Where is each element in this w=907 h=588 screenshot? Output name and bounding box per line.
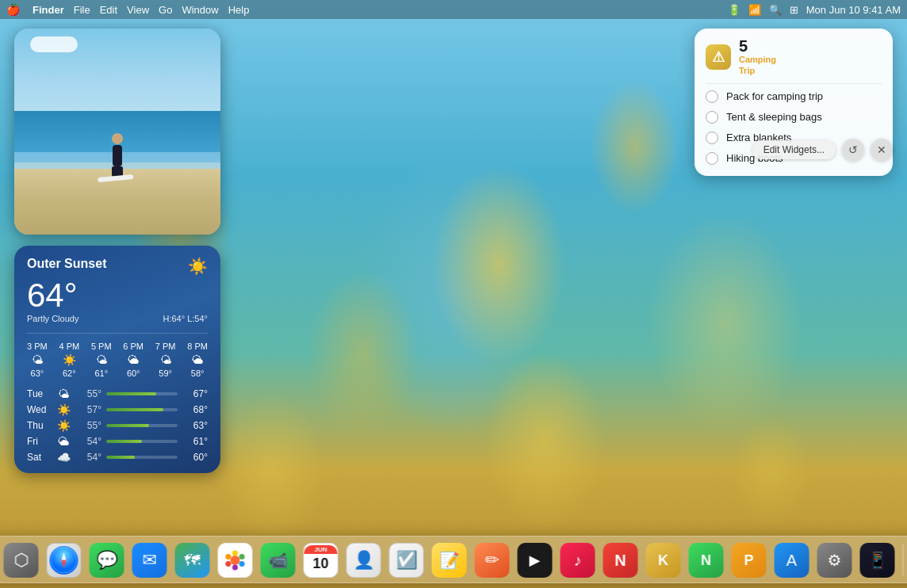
- hourly-8pm: 8 PM 🌥 58°: [187, 342, 208, 378]
- menubar: 🍎 Finder File Edit View Go Window Help 🔋…: [0, 0, 907, 19]
- reminder-item-1: Pack for camping trip: [706, 90, 882, 103]
- svg-point-13: [239, 561, 245, 567]
- dock-pages[interactable]: P: [730, 541, 768, 579]
- reminders-app-icon: ⚠: [706, 44, 731, 70]
- dock-keynote[interactable]: K: [645, 541, 683, 579]
- reminder-text-1: Pack for camping trip: [726, 90, 823, 102]
- search-icon[interactable]: 🔍: [769, 4, 782, 16]
- weather-temperature: 64°: [27, 279, 208, 312]
- reminder-radio-1[interactable]: [706, 90, 718, 103]
- daily-sat: Sat ☁️ 54° 60°: [27, 451, 208, 464]
- menu-go[interactable]: Go: [159, 4, 172, 16]
- wifi-icon: 📶: [748, 4, 761, 16]
- reminders-count: 5: [739, 38, 776, 54]
- reminders-items: Pack for camping trip Tent & sleeping ba…: [695, 84, 893, 176]
- weather-daily: Tue 🌤 55° 67° Wed ☀️ 57° 68° Thu ☀️: [27, 388, 208, 464]
- menu-finder[interactable]: Finder: [33, 4, 64, 16]
- dock-appstore[interactable]: A: [773, 541, 811, 579]
- hourly-3pm: 3 PM 🌤 63°: [27, 342, 48, 378]
- weather-hourly: 3 PM 🌤 63° 4 PM ☀️ 62° 5 PM 🌤 61° 6 PM 🌥…: [27, 333, 208, 378]
- svg-point-11: [232, 551, 238, 556]
- dock: ⬡ 💬 ✉ 🗺: [0, 536, 907, 583]
- battery-icon: 🔋: [728, 4, 741, 16]
- hourly-4pm: 4 PM ☀️ 62°: [59, 342, 79, 378]
- reminder-text-2: Tent & sleeping bags: [726, 111, 822, 123]
- dock-contacts[interactable]: 👤: [345, 541, 383, 579]
- menu-help[interactable]: Help: [228, 4, 250, 16]
- reminder-radio-2[interactable]: [706, 111, 718, 124]
- weather-condition: Partly Cloudy: [27, 314, 78, 323]
- svg-point-12: [239, 554, 245, 559]
- daily-wed: Wed ☀️ 57° 68°: [27, 403, 208, 416]
- photo-widget: [14, 29, 220, 235]
- weather-location: Outer Sunset: [27, 257, 106, 271]
- menu-file[interactable]: File: [74, 4, 90, 16]
- rotate-icon-button[interactable]: ↺: [842, 139, 864, 161]
- edit-widgets-button[interactable]: Edit Widgets...: [752, 140, 836, 159]
- dock-messages[interactable]: 💬: [88, 541, 126, 579]
- control-center-icon[interactable]: ⊞: [790, 4, 798, 16]
- menu-view[interactable]: View: [127, 4, 149, 16]
- daily-thu: Thu ☀️ 55° 63°: [27, 419, 208, 432]
- daily-fri: Fri 🌥 54° 61°: [27, 435, 208, 448]
- dock-notes[interactable]: 📝: [431, 541, 469, 579]
- dock-facetime[interactable]: 📹: [259, 541, 297, 579]
- svg-point-14: [232, 565, 238, 571]
- dock-reminders[interactable]: ☑️: [388, 541, 426, 579]
- dock-appletv[interactable]: ▶: [516, 541, 554, 579]
- datetime[interactable]: Mon Jun 10 9:41 AM: [806, 4, 901, 16]
- svg-point-6: [50, 546, 78, 575]
- reminder-item-2: Tent & sleeping bags: [706, 111, 882, 124]
- dock-news[interactable]: N: [602, 541, 640, 579]
- dock-launchpad[interactable]: ⬡: [2, 541, 40, 579]
- dock-separator: [903, 544, 904, 576]
- dock-photos[interactable]: [216, 541, 254, 579]
- svg-point-16: [225, 554, 231, 559]
- dock-system-settings[interactable]: ⚙: [816, 541, 854, 579]
- close-widgets-button[interactable]: ✕: [871, 139, 893, 161]
- dock-mail[interactable]: ✉: [131, 541, 169, 579]
- dock-safari[interactable]: [45, 541, 83, 579]
- svg-point-10: [231, 556, 240, 565]
- hourly-7pm: 7 PM 🌤 59°: [155, 342, 176, 378]
- dock-maps[interactable]: 🗺: [174, 541, 212, 579]
- dock-music[interactable]: ♪: [559, 541, 597, 579]
- desktop: 🍎 Finder File Edit View Go Window Help 🔋…: [0, 0, 907, 588]
- edit-widgets-bar: Edit Widgets... ↺ ✕: [752, 139, 893, 161]
- dock-iphone-mirroring[interactable]: 📱: [859, 541, 897, 579]
- apple-menu[interactable]: 🍎: [6, 3, 20, 16]
- reminders-list-title: CampingTrip: [739, 54, 776, 77]
- weather-condition-icon: ☀️: [188, 257, 208, 276]
- menu-window[interactable]: Window: [182, 4, 218, 16]
- menu-edit[interactable]: Edit: [100, 4, 117, 16]
- dock-calendar[interactable]: JUN 10: [302, 541, 340, 579]
- hourly-5pm: 5 PM 🌤 61°: [91, 342, 112, 378]
- hourly-6pm: 6 PM 🌥 60°: [123, 342, 144, 378]
- svg-point-15: [225, 561, 231, 567]
- dock-freeform[interactable]: ✏: [473, 541, 511, 579]
- daily-tue: Tue 🌤 55° 67°: [27, 388, 208, 400]
- reminder-radio-3[interactable]: [706, 132, 718, 144]
- weather-widget: Outer Sunset ☀️ 64° Partly Cloudy H:64° …: [14, 246, 220, 473]
- weather-high-low: H:64° L:54°: [163, 314, 208, 323]
- reminder-radio-4[interactable]: [706, 152, 718, 165]
- dock-numbers[interactable]: N: [687, 541, 725, 579]
